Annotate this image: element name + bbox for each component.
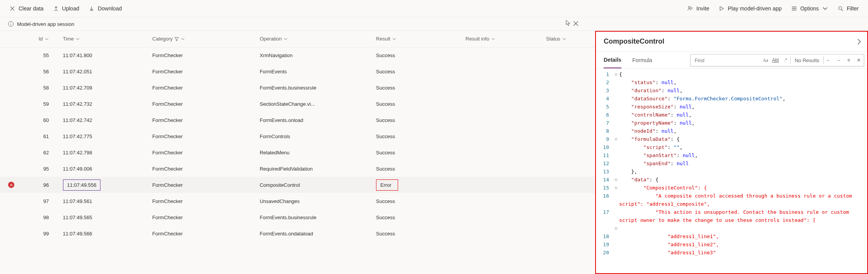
play-label: Play model-driven app [728, 5, 781, 12]
info-icon [8, 21, 14, 27]
filter-button[interactable]: Filter [837, 5, 859, 12]
find-bar: Aa Abl .* No Results ← → ≡ ✕ [690, 54, 864, 66]
table-row[interactable]: 58 11:07:42.709 FormChecker FormEvents.b… [0, 79, 595, 96]
find-close-button[interactable]: ✕ [854, 54, 864, 66]
list-icon [791, 5, 797, 12]
details-pane: CompositeControl Details Formula Aa Abl … [595, 31, 868, 274]
upload-label: Upload [62, 5, 79, 12]
play-icon [718, 5, 725, 12]
close-session-icon[interactable] [573, 20, 579, 27]
play-button[interactable]: Play model-driven app [718, 5, 781, 12]
invite-button[interactable]: Invite [687, 5, 709, 12]
chevron-down-icon [562, 37, 567, 41]
find-input[interactable] [691, 54, 760, 66]
chevron-down-icon [283, 37, 288, 41]
clear-data-button[interactable]: Clear data [9, 5, 44, 12]
find-next-button[interactable]: → [834, 54, 844, 66]
details-title: CompositeControl [604, 37, 664, 46]
tab-details[interactable]: Details [604, 52, 621, 68]
table-row[interactable]: 60 11:07:42.742 FormChecker FormEvents.o… [0, 112, 595, 128]
options-label: Options [800, 5, 819, 12]
session-bar: Model-driven app session [0, 17, 868, 31]
chevron-down-icon [180, 37, 185, 41]
upload-button[interactable]: Upload [53, 5, 79, 12]
chevron-down-icon [44, 37, 49, 41]
find-select-all-button[interactable]: ≡ [844, 54, 854, 66]
chevron-down-icon [75, 37, 80, 41]
filter-icon [174, 37, 179, 41]
close-icon [9, 5, 15, 12]
chevron-down-icon [491, 37, 495, 41]
table-row[interactable]: 98 11:07:49.565 FormChecker FormEvents.b… [0, 209, 595, 225]
table-row[interactable]: 56 11:07:42.051 FormChecker FormEvents S… [0, 63, 595, 79]
find-results: No Results [791, 58, 823, 63]
session-label: Model-driven app session [17, 21, 74, 27]
table-row[interactable]: 55 11:07:41.800 FormChecker XrmNavigatio… [0, 47, 595, 63]
header-time[interactable]: Time [58, 31, 148, 47]
toolbar: Clear data Upload Download Invite Play m… [0, 0, 868, 17]
search-icon [837, 5, 844, 12]
filter-label: Filter [847, 5, 859, 12]
event-grid: Id Time Category Operation Result Result… [0, 31, 595, 274]
table-row[interactable]: ✕ 96 11:07:49.556 FormChecker CompositeC… [0, 177, 595, 193]
grid-header-row: Id Time Category Operation Result Result… [0, 31, 595, 47]
header-status[interactable]: Status [541, 31, 595, 47]
whole-word-button[interactable]: Abl [770, 54, 780, 66]
options-button[interactable]: Options [791, 5, 828, 12]
upload-icon [53, 5, 59, 12]
svg-point-0 [688, 7, 690, 8]
clear-data-label: Clear data [19, 5, 44, 12]
header-result[interactable]: Result [371, 31, 461, 47]
invite-label: Invite [696, 5, 709, 12]
table-row[interactable]: 59 11:07:42.732 FormChecker SectionState… [0, 96, 595, 112]
chevron-right-icon[interactable] [856, 38, 863, 45]
chevron-down-icon [822, 5, 828, 12]
table-row[interactable]: 62 11:07:42.798 FormChecker RelatedMenu … [0, 144, 595, 161]
header-operation[interactable]: Operation [255, 31, 371, 47]
table-row[interactable]: 95 11:07:49.006 FormChecker RequiredFiel… [0, 161, 595, 177]
cursor-icon [565, 20, 571, 26]
person-add-icon [687, 5, 693, 12]
header-id[interactable]: Id [22, 31, 58, 47]
header-result-info[interactable]: Result info [461, 31, 541, 47]
match-case-button[interactable]: Aa [760, 54, 770, 66]
code-viewer[interactable]: 1⊟{2 "status": null,3 "duration": null,4… [596, 69, 867, 257]
table-row[interactable]: 99 11:07:49.566 FormChecker FormEvents.o… [0, 225, 595, 242]
svg-point-1 [839, 7, 842, 10]
tab-formula[interactable]: Formula [632, 52, 652, 68]
table-row[interactable]: 97 11:07:49.561 FormChecker UnsavedChang… [0, 193, 595, 209]
download-icon [89, 5, 95, 12]
table-row[interactable]: 61 11:07:42.775 FormChecker FormControls… [0, 128, 595, 144]
chevron-down-icon [392, 37, 397, 41]
download-button[interactable]: Download [89, 5, 122, 12]
error-icon: ✕ [8, 182, 14, 188]
header-category[interactable]: Category [148, 31, 255, 47]
regex-button[interactable]: .* [780, 54, 790, 66]
download-label: Download [98, 5, 122, 12]
find-prev-button[interactable]: ← [824, 54, 834, 66]
